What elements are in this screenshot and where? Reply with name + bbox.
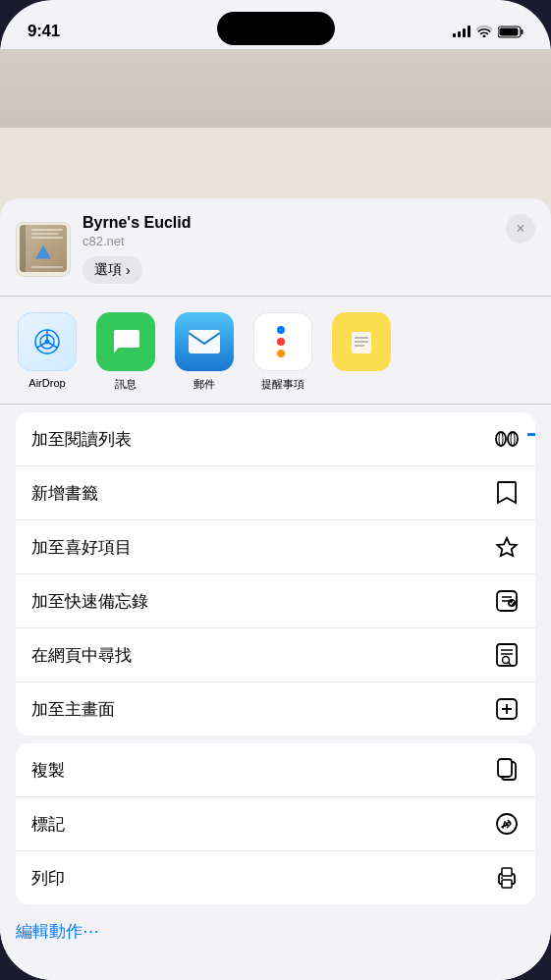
svg-point-16	[508, 432, 518, 446]
svg-point-14	[496, 432, 506, 446]
app-item-reminders[interactable]: 提醒事項	[251, 312, 314, 392]
share-header: Byrne's Euclid c82.net 選項 › ×	[0, 198, 551, 297]
copy-label: 複製	[31, 759, 65, 782]
reading-list-item[interactable]: 加至閱讀列表	[16, 412, 535, 466]
add-home-item[interactable]: 加至主畫面	[16, 682, 535, 735]
action-list-2: 複製 標記	[16, 743, 535, 904]
svg-rect-33	[502, 880, 512, 888]
dynamic-island	[217, 12, 335, 45]
find-page-icon	[494, 642, 520, 668]
wifi-icon	[476, 26, 492, 37]
signal-bars-icon	[453, 26, 470, 37]
find-page-item[interactable]: 在網頁中尋找	[16, 628, 535, 682]
copy-icon	[494, 757, 520, 783]
markup-item[interactable]: 標記	[16, 797, 535, 851]
bookmark-icon	[494, 480, 520, 506]
svg-rect-1	[522, 29, 523, 34]
quick-note-icon	[494, 588, 520, 614]
edit-actions-button[interactable]: 編輯動作⋯	[0, 912, 551, 947]
airdrop-icon	[18, 312, 77, 371]
battery-icon	[498, 26, 523, 38]
print-label: 列印	[31, 867, 65, 890]
share-title: Byrne's Euclid	[83, 214, 535, 232]
reading-list-label: 加至閱讀列表	[31, 428, 132, 451]
bookmark-item[interactable]: 新增書籤	[16, 466, 535, 520]
quick-note-item[interactable]: 加至快速備忘錄	[16, 574, 535, 628]
favorites-item[interactable]: 加至喜好項目	[16, 520, 535, 574]
share-url: c82.net	[83, 234, 535, 248]
svg-line-24	[509, 663, 512, 666]
print-icon	[494, 865, 520, 891]
airdrop-label: AirDrop	[28, 377, 65, 389]
status-icons	[453, 26, 523, 38]
svg-point-35	[501, 877, 503, 879]
mail-label: 郵件	[193, 377, 215, 392]
reminders-icon	[253, 312, 312, 371]
app-item-messages[interactable]: 訊息	[94, 312, 157, 392]
notes-icon	[332, 312, 391, 371]
phone-frame: 9:41	[0, 0, 551, 980]
reading-list-icon	[494, 426, 520, 452]
status-time: 9:41	[28, 22, 60, 41]
find-page-label: 在網頁中尋找	[31, 644, 132, 667]
print-item[interactable]: 列印	[16, 851, 535, 904]
svg-rect-29	[498, 759, 512, 777]
quick-note-label: 加至快速備忘錄	[31, 590, 148, 613]
markup-icon	[494, 811, 520, 837]
messages-label: 訊息	[115, 377, 137, 392]
app-item-airdrop[interactable]: AirDrop	[16, 312, 79, 392]
messages-icon	[96, 312, 155, 371]
svg-rect-34	[502, 868, 512, 876]
edit-actions-label: 編輯動作⋯	[16, 922, 99, 941]
favorites-label: 加至喜好項目	[31, 536, 132, 559]
svg-rect-9	[189, 330, 220, 354]
svg-rect-2	[500, 27, 519, 35]
close-button[interactable]: ×	[506, 214, 535, 244]
share-thumbnail	[16, 222, 71, 277]
copy-item[interactable]: 複製	[16, 743, 535, 797]
mail-icon	[175, 312, 234, 371]
share-sheet: Byrne's Euclid c82.net 選項 › ×	[0, 198, 551, 980]
share-info: Byrne's Euclid c82.net 選項 ›	[83, 214, 535, 284]
svg-point-17	[511, 432, 515, 446]
action-list-1: 加至閱讀列表 新增書籤	[16, 412, 535, 735]
bookmark-label: 新增書籤	[31, 482, 98, 505]
app-item-notes[interactable]	[330, 312, 393, 392]
markup-label: 標記	[31, 813, 65, 836]
apps-row: AirDrop 訊息	[0, 297, 551, 405]
options-button[interactable]: 選項 ›	[83, 256, 142, 284]
add-home-label: 加至主畫面	[31, 698, 115, 721]
reminders-label: 提醒事項	[261, 377, 304, 392]
svg-rect-10	[352, 332, 371, 354]
app-item-mail[interactable]: 郵件	[173, 312, 236, 392]
add-home-icon	[494, 696, 520, 722]
svg-point-15	[499, 432, 503, 446]
phone-screen: 9:41	[0, 0, 551, 980]
favorites-icon	[494, 534, 520, 560]
svg-point-23	[503, 657, 510, 664]
